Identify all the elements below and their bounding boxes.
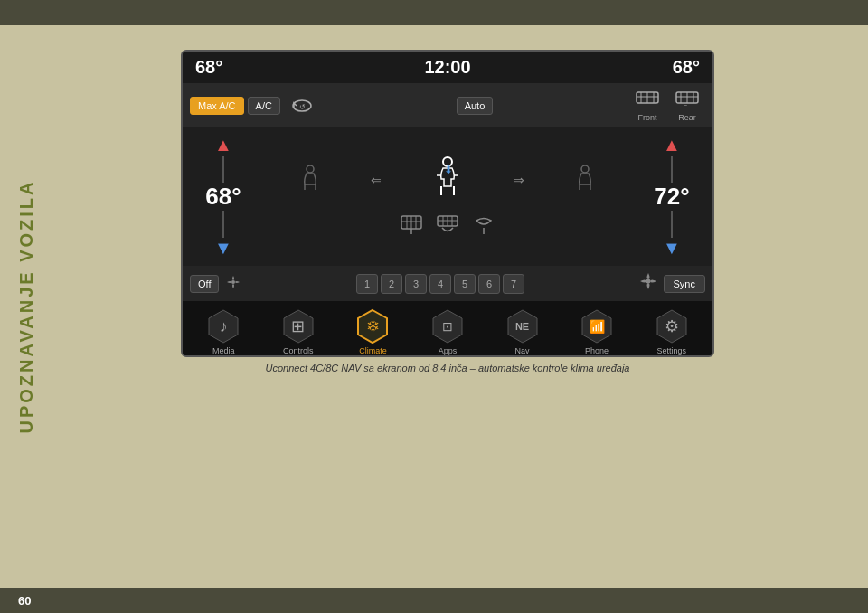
screen-caption: Uconnect 4C/8C NAV sa ekranom od 8,4 inč…	[181, 363, 714, 373]
nav-settings[interactable]: ⚙ Settings	[646, 306, 697, 357]
phone-label: Phone	[585, 346, 609, 355]
media-icon: ♪	[220, 317, 228, 336]
fan-off-button[interactable]: Off	[190, 275, 219, 293]
center-seat-icon: ⬇	[429, 156, 466, 204]
media-hex-icon: ♪	[205, 308, 241, 344]
svg-point-36	[646, 279, 650, 284]
speed-7-button[interactable]: 7	[503, 274, 524, 294]
max-ac-button[interactable]: Max A/C	[190, 97, 244, 115]
nav-bar: ♪ Media ⊞ Controls	[183, 301, 712, 357]
nav-icon: NE	[515, 321, 529, 332]
right-temp-value: 72°	[654, 183, 689, 211]
fan-slow-icon	[224, 273, 242, 295]
controls-hex-icon: ⊞	[280, 308, 316, 344]
airflow-right-button[interactable]: ⇒	[514, 173, 524, 187]
left-temp-value: 68°	[205, 183, 241, 211]
climate-main-area: ▲ 68° ▼	[183, 127, 712, 266]
vent-face-button[interactable]	[401, 215, 422, 239]
apps-icon: ⊡	[442, 319, 453, 334]
left-temp-control: ▲ 68° ▼	[183, 127, 264, 266]
fan-speed-row: Off 1 2 3 4 5 6	[183, 266, 712, 301]
nav-apps[interactable]: ⊡ Apps	[422, 306, 473, 357]
apps-hex-icon: ⊡	[429, 308, 466, 344]
speed-2-button[interactable]: 2	[381, 274, 402, 294]
left-temp-down-button[interactable]: ▼	[214, 238, 232, 259]
car-screen: 68° 12:00 68° Max A/C A/C ↺ Auto	[181, 50, 714, 357]
top-bar	[0, 0, 868, 25]
nav-label: Nav	[515, 346, 530, 355]
temp-left-display: 68°	[195, 57, 222, 78]
bottom-bar	[0, 588, 868, 613]
vent-direction-row	[401, 215, 495, 239]
seat-icons-row: ⇐ ⬇	[264, 156, 631, 204]
rear-label: Rear	[678, 113, 696, 122]
svg-point-20	[581, 165, 589, 173]
right-seat-heat-button[interactable]	[572, 165, 598, 195]
svg-text:⬇: ⬇	[444, 164, 453, 176]
right-temp-line2	[671, 211, 673, 238]
settings-label: Settings	[656, 346, 686, 355]
right-temp-line	[671, 156, 673, 183]
settings-hex-icon: ⚙	[654, 308, 690, 344]
sidebar-label: UPOZNAVANJE VOZILA	[16, 179, 37, 433]
recirculate-button[interactable]: ↺	[284, 96, 320, 116]
screen-container: 68° 12:00 68° Max A/C A/C ↺ Auto	[181, 50, 714, 393]
rear-defrost-icon: ~	[675, 89, 700, 112]
left-temp-line2	[222, 211, 224, 238]
climate-center-area: ⇐ ⬇	[264, 127, 631, 266]
left-temp-line	[222, 156, 224, 183]
nav-climate[interactable]: ❄ Climate	[347, 306, 398, 357]
nav-navigation[interactable]: NE Nav	[497, 306, 548, 357]
fan-fast-icon	[638, 271, 658, 296]
apps-label: Apps	[439, 346, 458, 355]
page-number: 60	[18, 594, 31, 608]
settings-icon: ⚙	[665, 316, 679, 336]
nav-media[interactable]: ♪ Media	[198, 306, 249, 357]
speed-3-button[interactable]: 3	[405, 274, 427, 294]
front-defrost-icon	[635, 89, 660, 112]
phone-icon: 📶	[590, 319, 605, 334]
time-display: 12:00	[424, 57, 470, 78]
speed-5-button[interactable]: 5	[454, 274, 476, 294]
speed-1-button[interactable]: 1	[356, 274, 378, 294]
page-background: UPOZNAVANJE VOZILA 60 68° 12:00 68° Max …	[0, 0, 868, 613]
climate-controls-bar: Max A/C A/C ↺ Auto	[183, 83, 712, 127]
airflow-left-button[interactable]: ⇐	[371, 173, 382, 187]
speed-4-button[interactable]: 4	[429, 274, 451, 294]
svg-text:~: ~	[684, 102, 687, 108]
climate-label: Climate	[359, 346, 387, 355]
ac-button[interactable]: A/C	[248, 97, 280, 115]
front-label: Front	[637, 113, 656, 122]
nav-controls[interactable]: ⊞ Controls	[273, 306, 324, 357]
temp-right-display: 68°	[673, 57, 700, 78]
nav-phone[interactable]: 📶 Phone	[571, 306, 622, 357]
svg-text:↺: ↺	[299, 103, 306, 111]
controls-icon: ⊞	[291, 316, 305, 336]
status-bar: 68° 12:00 68°	[183, 52, 712, 83]
phone-hex-icon: 📶	[579, 308, 615, 344]
vent-floor-button[interactable]	[473, 215, 495, 239]
nav-hex-icon: NE	[505, 308, 541, 344]
svg-point-13	[307, 165, 314, 173]
sync-button[interactable]: Sync	[664, 275, 705, 293]
vent-face-floor-button[interactable]	[437, 215, 458, 239]
controls-label: Controls	[283, 346, 314, 355]
left-seat-heat-button[interactable]	[297, 165, 323, 195]
auto-button[interactable]: Auto	[457, 97, 494, 115]
right-temp-control: ▲ 72° ▼	[631, 127, 712, 266]
climate-hex-icon: ❄	[354, 308, 391, 344]
fan-speed-buttons: 1 2 3 4 5 6 7	[248, 274, 632, 294]
rear-defrost-button[interactable]: ~ Rear	[669, 87, 705, 124]
speed-6-button[interactable]: 6	[478, 274, 500, 294]
left-temp-up-button[interactable]: ▲	[214, 135, 232, 156]
media-label: Media	[212, 346, 235, 355]
front-defrost-button[interactable]: Front	[629, 87, 665, 124]
right-temp-up-button[interactable]: ▲	[663, 135, 681, 156]
right-temp-down-button[interactable]: ▼	[663, 238, 681, 259]
svg-point-35	[231, 280, 235, 284]
climate-icon: ❄	[366, 316, 380, 336]
